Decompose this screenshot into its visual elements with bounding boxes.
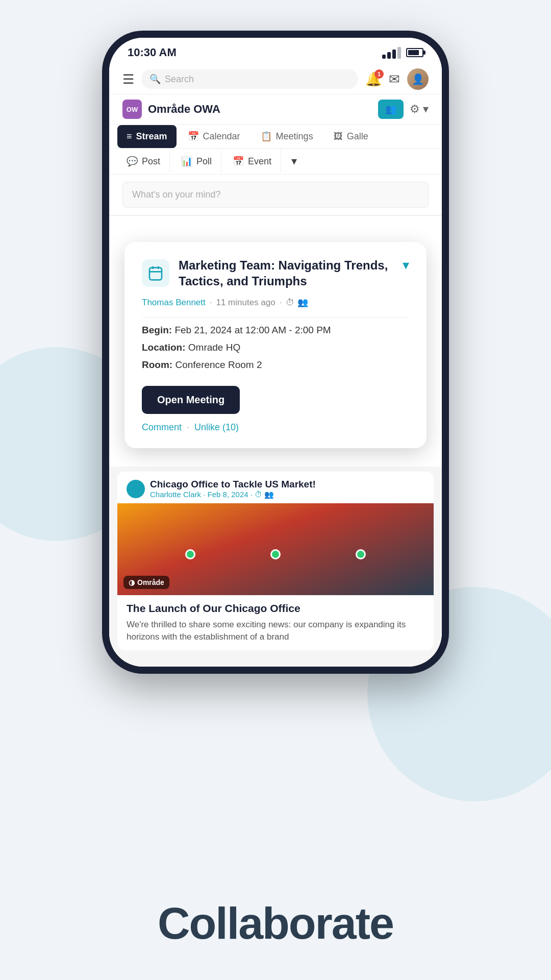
group-name-row: OW Område OWA	[122, 100, 220, 119]
avatar[interactable]: 👤	[407, 68, 429, 90]
gallery-icon: 🖼	[334, 131, 343, 142]
footer-dot: ·	[187, 422, 189, 433]
feed-card-headline: Chicago Office to Tackle US Market!	[150, 479, 316, 490]
meeting-card: Marketing Team: Navigating Trends, Tacti…	[124, 242, 427, 448]
begin-label: Begin:	[142, 325, 172, 335]
status-time: 10:30 AM	[128, 46, 177, 59]
search-box[interactable]: 🔍 Search	[141, 69, 358, 89]
group-bar: OW Område OWA 👥 ⚙ ▾	[109, 94, 442, 125]
feed-card-content: The Launch of Our Chicago Office We're t…	[117, 595, 434, 650]
feed-date: Feb 8, 2024	[208, 490, 248, 499]
feed-author-date: Charlotte Clark · Feb 8, 2024 · ⏱ 👥	[150, 490, 316, 499]
meta-separator-2: ·	[280, 298, 282, 308]
feed-meta-row: Chicago Office to Tackle US Market! Char…	[127, 479, 424, 499]
calendar-nav-icon: 📅	[188, 131, 199, 142]
search-icon: 🔍	[149, 74, 161, 85]
tab-gallery-label: Galle	[347, 131, 368, 142]
meta-separator-1: ·	[210, 298, 212, 308]
group-logo: OW	[122, 100, 142, 119]
poll-label: Poll	[196, 156, 212, 167]
meeting-divider	[142, 317, 409, 317]
nav-tabs: ≡ Stream 📅 Calendar 📋 Meetings 🖼 Galle	[109, 125, 442, 149]
group-logo-text: OW	[127, 106, 138, 113]
tab-calendar[interactable]: 📅 Calendar	[179, 125, 249, 148]
meetings-icon: 📋	[261, 131, 272, 142]
poll-icon: 📊	[181, 156, 192, 167]
notif-badge: 1	[374, 69, 384, 79]
logo-text: Område	[137, 578, 164, 586]
settings-icon[interactable]: ⚙ ▾	[410, 103, 429, 116]
feed-author-name: Charlotte Clark	[150, 490, 201, 499]
calendar-svg-icon	[147, 265, 164, 281]
comment-link[interactable]: Comment	[142, 422, 182, 433]
feed-section: Chicago Office to Tackle US Market! Char…	[109, 467, 442, 667]
feed-image-logo: ◑ Område	[123, 576, 169, 589]
group-actions: 👥 ⚙ ▾	[378, 100, 429, 119]
event-icon: 📅	[233, 156, 244, 167]
feed-card-meta: Chicago Office to Tackle US Market! Char…	[117, 472, 434, 503]
search-placeholder: Search	[165, 74, 194, 85]
group-members-icon: 👥	[297, 297, 308, 308]
chevron-down-icon[interactable]: ▾	[403, 257, 409, 273]
meeting-begin: Begin: Feb 21, 2024 at 12:00 AM - 2:00 P…	[142, 325, 409, 336]
phone-screen: 10:30 AM ☰ 🔍 Search 🔔 1	[109, 38, 442, 667]
notification-bell[interactable]: 🔔 1	[365, 71, 382, 87]
location-value: Omrade HQ	[188, 342, 240, 353]
unlike-link[interactable]: Unlike (10)	[194, 422, 239, 433]
event-button[interactable]: 📅 Event	[223, 150, 281, 173]
group-title: Område OWA	[148, 103, 220, 116]
logo-icon: ◑	[129, 578, 135, 586]
hamburger-icon[interactable]: ☰	[122, 71, 134, 87]
clock-icon: ⏱	[286, 298, 294, 308]
meeting-time-ago: 11 minutes ago	[216, 298, 275, 308]
meeting-author-row: Thomas Bennett · 11 minutes ago · ⏱ 👥	[142, 297, 409, 308]
poll-button[interactable]: 📊 Poll	[172, 150, 221, 173]
city-dot-1	[185, 549, 195, 559]
tab-calendar-label: Calendar	[203, 131, 240, 142]
post-button[interactable]: 💬 Post	[117, 150, 170, 173]
meeting-title: Marketing Team: Navigating Trends, Tacti…	[179, 257, 403, 289]
more-dropdown[interactable]: ▾	[283, 149, 305, 174]
compose-area: What's on your mind?	[109, 175, 442, 216]
meta-icons: ⏱ 👥	[286, 297, 308, 308]
feed-image: ◑ Område	[117, 503, 434, 595]
app-topbar: ☰ 🔍 Search 🔔 1 ✉ 👤	[109, 64, 442, 94]
location-label: Location:	[142, 342, 186, 353]
tab-stream[interactable]: ≡ Stream	[117, 125, 177, 148]
status-bar: 10:30 AM	[109, 38, 442, 64]
room-value: Conference Room 2	[175, 359, 262, 370]
card-footer: Comment · Unlike (10)	[142, 422, 409, 433]
join-button[interactable]: 👥	[378, 100, 404, 119]
feed-article-text: We're thrilled to share some exciting ne…	[127, 619, 424, 643]
tab-meetings[interactable]: 📋 Meetings	[252, 125, 322, 148]
begin-value: Feb 21, 2024 at 12:00 AM - 2:00 PM	[174, 325, 331, 335]
meeting-author: Thomas Bennett	[142, 298, 206, 308]
post-icon: 💬	[127, 156, 138, 167]
feed-article-title: The Launch of Our Chicago Office	[127, 602, 424, 615]
tab-meetings-label: Meetings	[276, 131, 313, 142]
city-dot-3	[356, 549, 366, 559]
meeting-room: Room: Conference Room 2	[142, 359, 409, 371]
action-bar: 💬 Post 📊 Poll 📅 Event ▾	[109, 149, 442, 175]
battery-icon	[406, 48, 423, 57]
bottom-tagline: Collaborate	[0, 897, 551, 949]
phone-frame: 10:30 AM ☰ 🔍 Search 🔔 1	[102, 31, 449, 674]
status-icons	[382, 47, 423, 59]
feed-avatar	[127, 480, 145, 498]
feed-card-info: Chicago Office to Tackle US Market! Char…	[150, 479, 316, 499]
tab-gallery[interactable]: 🖼 Galle	[324, 125, 378, 148]
svg-rect-0	[149, 267, 162, 280]
meeting-card-header: Marketing Team: Navigating Trends, Tacti…	[142, 257, 409, 289]
calendar-icon-box	[142, 259, 169, 287]
meeting-location: Location: Omrade HQ	[142, 342, 409, 353]
tab-stream-label: Stream	[136, 131, 167, 142]
city-dot-2	[270, 549, 281, 559]
feed-card: Chicago Office to Tackle US Market! Char…	[117, 472, 434, 650]
meeting-title-row: Marketing Team: Navigating Trends, Tacti…	[142, 257, 403, 289]
compose-input[interactable]: What's on your mind?	[122, 182, 429, 208]
stream-icon: ≡	[127, 131, 132, 142]
open-meeting-button[interactable]: Open Meeting	[142, 386, 240, 414]
event-label: Event	[248, 156, 271, 167]
join-icon: 👥	[385, 104, 396, 115]
mail-icon[interactable]: ✉	[389, 71, 400, 87]
